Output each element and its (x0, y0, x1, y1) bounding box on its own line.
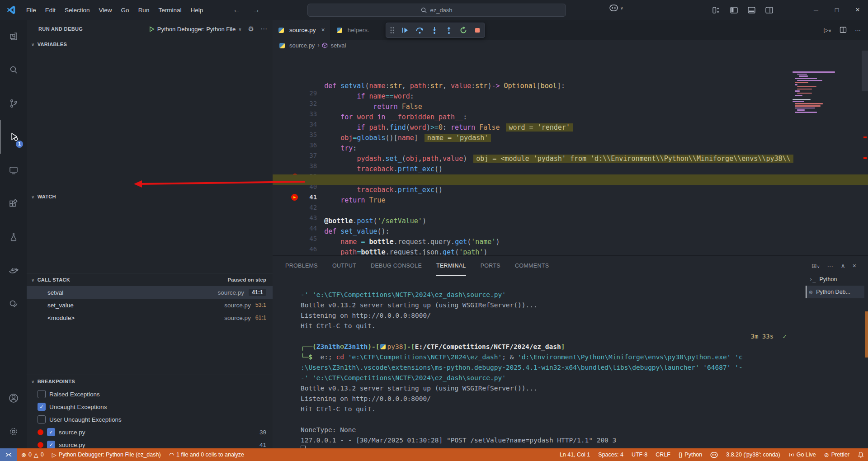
eol-sequence[interactable]: CRLF (651, 448, 675, 461)
menu-item[interactable]: Run (134, 7, 154, 14)
run-python-file-button[interactable]: ▷∨ (824, 27, 831, 33)
sidebar-item-remote-explorer[interactable] (0, 154, 27, 187)
continue-icon[interactable] (401, 26, 409, 34)
breakpoint-row[interactable]: ✓ User Uncaught Exceptions (27, 413, 273, 426)
breakpoint-checkbox[interactable]: ✓ (38, 403, 46, 411)
menu-item[interactable]: File (22, 7, 41, 14)
maximize-panel-icon[interactable]: ∧ (841, 262, 845, 269)
terminal-instance-tab[interactable]: ›_ ◎ Python (806, 273, 864, 286)
watch-section-header[interactable]: ∨ WATCH (27, 190, 273, 203)
variable-row[interactable]: ∨Globals (27, 51, 273, 63)
code-line[interactable]: ▶38 pydash.set_(obj,path,value)obj = <mo… (273, 143, 868, 154)
minimap[interactable] (793, 71, 843, 114)
menu-item[interactable]: Terminal (154, 7, 186, 14)
analyze-status[interactable]: ◠ 1 file and 0 cells to analyze (165, 448, 248, 461)
customize-layout-icon[interactable] (712, 6, 720, 14)
code-line[interactable]: ▶34 for word in __forbidden_path__: (273, 102, 868, 112)
breadcrumb[interactable]: source.py › setval (273, 40, 868, 51)
start-debug-icon[interactable] (149, 26, 155, 32)
close-button[interactable]: × (847, 0, 868, 20)
problems-status[interactable]: ⊗0 △0 (17, 448, 48, 461)
step-out-icon[interactable] (445, 26, 453, 34)
sidebar-item-source-control[interactable] (0, 87, 27, 120)
code-line[interactable]: ▶32 if name==word: (273, 81, 868, 91)
step-over-icon[interactable] (415, 26, 424, 34)
code-line[interactable]: ▶37 try: (273, 133, 868, 143)
sidebar-item-run-and-debug[interactable]: 1 (0, 120, 27, 154)
drag-handle-icon[interactable] (390, 27, 395, 34)
menu-item[interactable]: Help (186, 7, 208, 14)
variable-row[interactable]: ›function variables (27, 114, 273, 127)
code-line[interactable]: ▶36 obj=globals()[name]name = 'pydash' (273, 122, 868, 133)
code-line[interactable]: ▶47 path=bottle.request.json.get('path') (273, 237, 868, 247)
breakpoint-row[interactable]: ✓ Uncaught Exceptions (27, 400, 273, 413)
go-live-button[interactable]: Go Live (784, 448, 820, 461)
toggle-secondary-sidebar-icon[interactable] (765, 6, 773, 14)
code-line[interactable]: ▶45def set_value(): (273, 216, 868, 226)
variable-row[interactable]: ›special variables (27, 101, 273, 114)
call-stack-frame[interactable]: set_value source.py 53:1 (27, 299, 273, 311)
settings-button[interactable] (0, 415, 27, 448)
step-into-icon[interactable] (430, 26, 439, 34)
call-stack-frame[interactable]: <module> source.py 61:1 (27, 311, 273, 324)
editor-scrollbar[interactable] (862, 51, 868, 91)
command-center-search[interactable]: ez_dash (307, 4, 566, 17)
breakpoint-row[interactable]: ✓ source.py 41 (27, 438, 273, 448)
close-panel-icon[interactable]: × (853, 262, 856, 269)
forward-icon[interactable]: → (252, 5, 260, 14)
code-line[interactable]: ▶43 (273, 195, 868, 206)
more-actions-icon[interactable]: ⋯ (827, 262, 834, 269)
variable-row[interactable]: RESTRICTED_KEYS = 111 (27, 177, 273, 190)
code-line[interactable]: ▶35 if path.find(word)>=0: return Falsew… (273, 112, 868, 122)
split-terminal-icon[interactable]: ⊞∨ (811, 262, 820, 269)
indentation[interactable]: Spaces: 4 (594, 448, 627, 461)
encoding[interactable]: UTF-8 (627, 448, 651, 461)
code-line[interactable]: ▶44@bottle.post('/setValue') (273, 206, 868, 216)
notifications-bell[interactable] (854, 448, 868, 461)
breakpoints-section-header[interactable]: ∨ BREAKPOINTS (27, 375, 273, 388)
breakpoint-checkbox[interactable]: ✓ (38, 390, 46, 398)
sidebar-item-extensions[interactable] (0, 187, 27, 221)
variable-row[interactable]: ›POSITIONAL_PARAMETERS = (<_ParameterKin… (27, 165, 273, 177)
copilot-status[interactable] (706, 448, 722, 461)
variable-row[interactable]: ›class variables (27, 127, 273, 139)
code-line[interactable]: ▶46 name = bottle.request.query.get('nam… (273, 226, 868, 237)
code-line[interactable]: ▶29def setval(name:str, path:str, value:… (273, 71, 868, 81)
code-area[interactable]: ▶29def setval(name:str, path:str, value:… (273, 71, 868, 255)
sidebar-item-explorer[interactable] (0, 20, 27, 53)
terminal-output[interactable]: -' 'e:\CTF\Competitions\NCTF\2024\ez_das… (285, 279, 800, 449)
language-mode[interactable]: {}Python (675, 448, 706, 461)
breakpoint-row[interactable]: ✓ source.py 39 (27, 426, 273, 438)
more-actions-icon[interactable]: ⋯ (855, 27, 861, 33)
variable-row[interactable]: ›functions = <module 'pydash.functions' … (27, 76, 273, 89)
breakpoint-checkbox[interactable]: ✓ (38, 415, 46, 423)
split-editor-icon[interactable] (840, 26, 847, 33)
breadcrumb-symbol[interactable]: setval (330, 42, 346, 49)
toggle-sidebar-icon[interactable] (730, 6, 738, 14)
panel-tab[interactable]: COMMENTS (515, 256, 549, 275)
panel-tab[interactable]: PROBLEMS (285, 256, 318, 275)
menu-item[interactable]: Edit (41, 7, 60, 14)
sidebar-item-docker[interactable] (0, 254, 27, 287)
panel-tab[interactable]: OUTPUT (332, 256, 356, 275)
more-actions-icon[interactable]: ⋯ (260, 25, 267, 33)
variable-row[interactable]: ›BUILTINS = {'builtins': '__name__', "Bu… (27, 139, 273, 152)
python-interpreter[interactable]: 3.8.20 ('py38': conda) (722, 448, 784, 461)
accounts-button[interactable] (0, 381, 27, 415)
restart-icon[interactable] (459, 26, 467, 34)
variable-row[interactable]: ∨pydash = <module 'pydash' from 'd:\\Env… (27, 63, 273, 76)
minimize-button[interactable]: ─ (806, 0, 826, 20)
menu-item[interactable]: Selection (60, 7, 94, 14)
code-line[interactable]: ▶42 return True (273, 185, 868, 195)
code-line[interactable]: ▶40 except: (273, 164, 868, 174)
variables-section-header[interactable]: ∨ VARIABLES (27, 38, 273, 51)
breakpoint-checkbox[interactable]: ✓ (47, 441, 55, 448)
tab-helpers-py[interactable]: helpers. (331, 20, 375, 40)
debug-status[interactable]: ▷ Python Debugger: Python File (ez_dash) (48, 448, 165, 461)
terminal-instance-tab[interactable]: ›_ ◎ Python Deb... (806, 286, 864, 298)
sidebar-item-search[interactable] (0, 53, 27, 87)
menu-item[interactable]: Go (117, 7, 134, 14)
stop-icon[interactable] (474, 27, 481, 34)
code-line[interactable]: ▶33 return False (273, 91, 868, 102)
cursor-position[interactable]: Ln 41, Col 1 (556, 448, 594, 461)
